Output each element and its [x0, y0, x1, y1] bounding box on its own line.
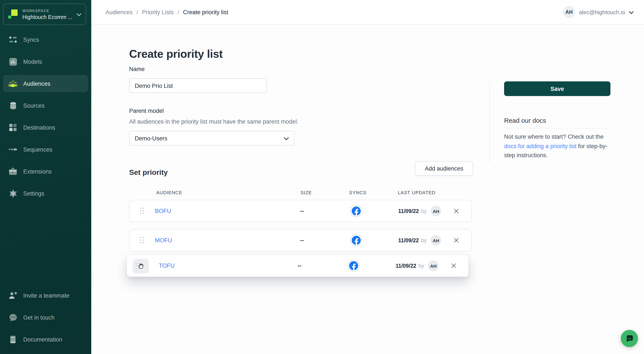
app: WORKSPACE Hightouch Ecomm ... Syncs Mode… [0, 0, 644, 354]
chevron-down-icon [77, 10, 81, 18]
add-audiences-button[interactable]: Add audiences [415, 161, 473, 176]
sidebar-item-label: Models [23, 58, 42, 65]
facebook-sync-icon[interactable] [350, 205, 362, 217]
workspace-name: Hightouch Ecomm ... [22, 14, 75, 20]
breadcrumb-audiences[interactable]: Audiences [106, 9, 132, 15]
parent-model-label: Parent model [129, 108, 164, 114]
audience-link[interactable]: MOFU [155, 237, 172, 243]
sidebar-item-label: Audiences [23, 80, 50, 87]
page-title: Create priority list [129, 48, 223, 61]
column-header-size: SIZE [300, 190, 312, 195]
updated-date: 11/09/22 [398, 208, 419, 214]
name-label: Name [129, 66, 145, 72]
size-value: -- [298, 262, 301, 269]
docs-link[interactable]: docs for adding a priority list [504, 143, 576, 149]
sidebar-item-sequences[interactable]: Sequences [3, 141, 88, 158]
facebook-sync-icon[interactable] [350, 234, 362, 247]
chevron-down-icon [629, 8, 634, 16]
sidebar-item-label: Settings [23, 190, 44, 197]
last-updated: 11/09/22 by AH [396, 260, 439, 271]
remove-row-icon[interactable] [450, 262, 458, 270]
breadcrumb-priority-lists[interactable]: Priority Lists [142, 9, 174, 15]
sidebar-item-sources[interactable]: Sources [3, 97, 88, 114]
vertical-divider [490, 81, 490, 162]
sidebar-item-get-in-touch[interactable]: Get in touch [3, 309, 88, 326]
grab-cursor-icon [137, 262, 145, 270]
facebook-sync-icon[interactable] [348, 259, 360, 272]
column-header-audience: AUDIENCE [156, 190, 182, 195]
audience-link[interactable]: BOFU [155, 208, 171, 214]
docs-title: Read our docs [504, 117, 546, 124]
priority-table-header: AUDIENCE SIZE SYNCS LAST UPDATED [91, 190, 644, 196]
sidebar-item-label: Extensions [23, 168, 52, 175]
workspace-label: WORKSPACE [22, 9, 75, 13]
syncs-icon [8, 35, 18, 44]
models-icon [8, 57, 18, 66]
name-input[interactable] [129, 78, 267, 93]
main-content: Create priority list Name Parent model A… [91, 25, 644, 354]
sidebar-item-label: Documentation [23, 336, 62, 342]
column-header-last-updated: LAST UPDATED [398, 190, 436, 195]
priority-row-dragging: TOFU -- 11/09/22 by AH [126, 254, 469, 277]
sidebar-nav: Syncs Models Audiences Sources [3, 31, 88, 202]
updated-by-label: by [421, 237, 426, 243]
updated-date: 11/09/22 [396, 263, 416, 269]
sidebar-footer-nav: Invite a teammate Get in touch Documenta… [3, 287, 88, 348]
gear-icon [8, 189, 18, 198]
audiences-icon [8, 79, 18, 88]
sidebar-item-settings[interactable]: Settings [3, 185, 88, 202]
sidebar-item-label: Get in touch [23, 314, 55, 321]
drag-handle[interactable] [140, 237, 144, 243]
avatar: AH [428, 260, 439, 271]
avatar: AH [563, 6, 575, 18]
topbar: Audiences / Priority Lists / Create prio… [91, 0, 644, 25]
sidebar-item-models[interactable]: Models [3, 53, 88, 70]
avatar: AH [430, 235, 441, 246]
chat-smile-icon [625, 334, 634, 343]
sequences-icon [8, 145, 18, 154]
workspace-selector[interactable]: WORKSPACE Hightouch Ecomm ... [3, 4, 86, 25]
invite-teammate-icon [8, 291, 18, 300]
drag-handle[interactable] [140, 208, 144, 214]
remove-row-icon[interactable] [452, 236, 460, 244]
chat-bubble-icon [8, 313, 18, 322]
avatar: AH [430, 206, 441, 216]
save-button[interactable]: Save [504, 81, 610, 96]
last-updated: 11/09/22 by AH [398, 235, 441, 246]
set-priority-title: Set priority [129, 168, 168, 177]
parent-model-value: Demo-Users [135, 135, 284, 141]
remove-row-icon[interactable] [452, 207, 460, 215]
breadcrumb-separator: / [136, 9, 138, 15]
parent-model-select[interactable]: Demo-Users [129, 131, 294, 146]
size-value: -- [300, 208, 304, 214]
sidebar: WORKSPACE Hightouch Ecomm ... Syncs Mode… [0, 0, 91, 354]
sidebar-item-audiences[interactable]: Audiences [3, 75, 88, 92]
extensions-icon [8, 167, 18, 176]
sidebar-item-label: Sequences [23, 146, 52, 153]
destinations-icon [8, 123, 18, 132]
audience-link[interactable]: TOFU [159, 262, 174, 269]
sidebar-item-extensions[interactable]: Extensions [3, 163, 88, 180]
book-icon [8, 335, 18, 344]
sources-icon [8, 101, 18, 110]
priority-row: BOFU -- 11/09/22 by AH [129, 200, 472, 222]
size-value: -- [300, 237, 304, 243]
docs-text: Not sure where to start? Check out the [504, 134, 604, 140]
account-menu[interactable]: AH alec@hightouch.io [563, 6, 634, 18]
sidebar-item-label: Invite a teammate [23, 292, 70, 299]
hightouch-logo-icon [8, 9, 18, 19]
sidebar-item-syncs[interactable]: Syncs [3, 31, 88, 48]
user-email: alec@hightouch.io [579, 9, 625, 15]
updated-date: 11/09/22 [398, 237, 419, 243]
sidebar-item-label: Destinations [23, 124, 55, 131]
breadcrumb-current: Create priority list [183, 9, 228, 15]
sidebar-item-destinations[interactable]: Destinations [3, 119, 88, 136]
parent-model-help: All audiences in the priority list must … [129, 118, 298, 125]
breadcrumb-separator: / [178, 9, 179, 15]
sidebar-item-invite-teammate[interactable]: Invite a teammate [3, 287, 88, 304]
drag-handle-active[interactable] [132, 259, 149, 273]
breadcrumb: Audiences / Priority Lists / Create prio… [106, 9, 228, 15]
intercom-chat-button[interactable] [621, 330, 638, 347]
sidebar-item-documentation[interactable]: Documentation [3, 331, 88, 348]
chevron-down-icon [284, 134, 289, 142]
